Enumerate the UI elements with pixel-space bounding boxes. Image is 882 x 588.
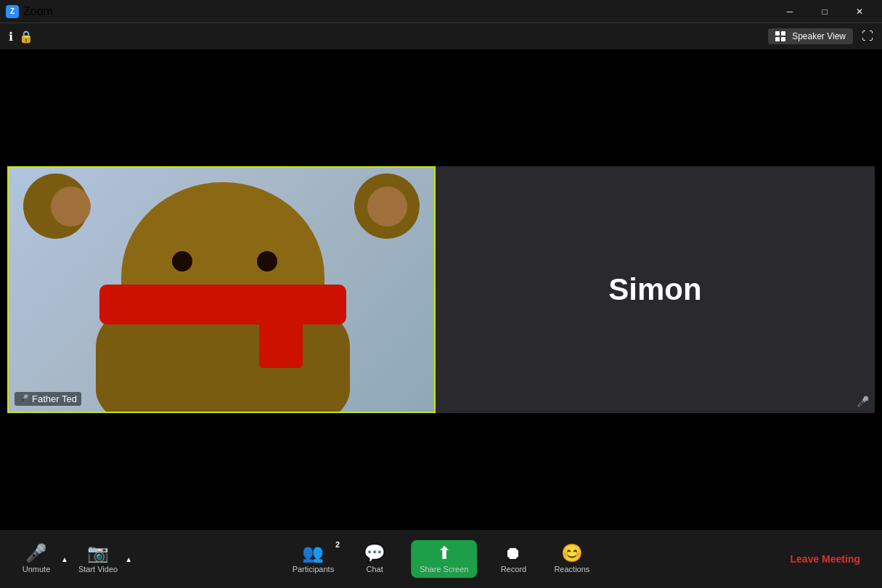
toolbar: 🎤 Unmute ▲ 📷 Start Video ▲ 👥 2 Participa…: [0, 530, 882, 588]
bear-ear-left-inner: [51, 187, 91, 226]
share-screen-icon: ⬆: [437, 544, 452, 562]
zoom-logo: Z Zoom: [6, 5, 53, 18]
chat-label: Chat: [367, 565, 383, 573]
participants-count: 2: [335, 540, 340, 549]
active-speaker-video: 🎤 Father Ted: [7, 166, 436, 413]
mute-indicator-icon: 🎤: [19, 394, 29, 404]
passive-speaker-panel: Simon 🎤: [436, 166, 875, 413]
record-label: Record: [501, 565, 526, 573]
speaker-view-label: Speaker View: [792, 31, 846, 41]
unmute-button[interactable]: 🎤 Unmute: [15, 542, 58, 576]
chat-icon: 💬: [364, 544, 385, 562]
record-button[interactable]: ⏺ Record: [491, 542, 535, 576]
topbar-left: ℹ 🔒: [9, 30, 33, 44]
share-screen-label: Share Screen: [420, 565, 468, 573]
leave-meeting-button[interactable]: Leave Meeting: [783, 549, 867, 569]
info-icon[interactable]: ℹ: [9, 30, 13, 44]
start-video-button[interactable]: 📷 Start Video: [74, 542, 122, 576]
video-caret-button[interactable]: ▲: [122, 554, 135, 565]
active-speaker-name: Father Ted: [32, 393, 77, 404]
zoom-logo-icon: Z: [6, 5, 19, 18]
unmute-caret-button[interactable]: ▲: [58, 554, 71, 565]
teddy-video: [9, 168, 434, 412]
simon-mute-icon: 🎤: [857, 396, 869, 407]
fullscreen-icon[interactable]: ⛶: [862, 30, 873, 43]
reactions-button[interactable]: 😊 Reactions: [550, 542, 594, 576]
toolbar-left: 🎤 Unmute ▲ 📷 Start Video ▲: [15, 542, 135, 576]
main-content: 🎤 Father Ted Simon 🎤: [0, 49, 882, 530]
maximize-button[interactable]: □: [808, 0, 841, 23]
unmute-group: 🎤 Unmute ▲: [15, 542, 71, 576]
toolbar-right: Leave Meeting: [783, 549, 867, 569]
lock-icon[interactable]: 🔒: [19, 30, 33, 44]
toolbar-center: 👥 2 Participants 💬 Chat ⬆ Share Screen ⏺…: [288, 540, 595, 578]
topbar-right: Speaker View ⛶: [768, 28, 873, 44]
active-speaker-name-label: 🎤 Father Ted: [15, 392, 81, 406]
reactions-icon: 😊: [561, 544, 583, 562]
topbar: ℹ 🔒 Speaker View ⛶: [0, 23, 882, 49]
passive-speaker-name: Simon: [608, 272, 701, 307]
participants-button[interactable]: 👥 2 Participants: [288, 542, 338, 576]
titlebar-controls: ─ □ ✕: [773, 0, 876, 23]
participants-icon: 👥: [302, 544, 324, 562]
reactions-label: Reactions: [554, 565, 589, 573]
minimize-button[interactable]: ─: [773, 0, 807, 23]
speaker-view-button[interactable]: Speaker View: [768, 28, 853, 44]
share-screen-button[interactable]: ⬆ Share Screen: [411, 540, 477, 578]
start-video-label: Start Video: [78, 565, 118, 573]
titlebar-title: Zoom: [23, 5, 53, 18]
record-icon: ⏺: [505, 544, 522, 562]
video-off-icon: 📷: [87, 544, 109, 562]
bear-eye-left: [172, 251, 192, 271]
bear-ear-left: [23, 173, 89, 239]
bear-ear-right: [354, 173, 420, 239]
chat-button[interactable]: 💬 Chat: [353, 542, 396, 576]
bear-scarf: [99, 285, 346, 324]
unmute-label: Unmute: [23, 565, 51, 573]
participants-label: Participants: [293, 565, 334, 573]
video-panels: 🎤 Father Ted Simon 🎤: [7, 166, 875, 413]
microphone-muted-icon: 🎤: [25, 544, 47, 562]
titlebar-left: Z Zoom: [6, 5, 53, 18]
bear-eye-right: [257, 251, 277, 271]
grid-icon: [775, 31, 785, 41]
close-button[interactable]: ✕: [843, 0, 876, 23]
leave-meeting-label: Leave Meeting: [791, 553, 860, 565]
bear-ear-right-inner: [367, 187, 407, 226]
titlebar: Z Zoom ─ □ ✕: [0, 0, 882, 23]
start-video-group: 📷 Start Video ▲: [74, 542, 135, 576]
